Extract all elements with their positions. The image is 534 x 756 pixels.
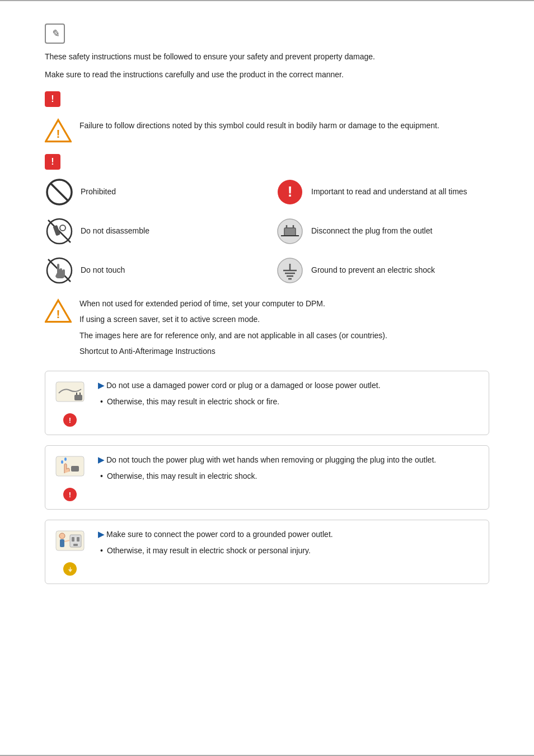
warning-block-1: ! Failure to follow directions noted by … <box>45 117 489 144</box>
important-icon: ! <box>275 178 305 207</box>
dpm-line1: When not used for extended period of tim… <box>79 297 387 310</box>
dpm-text-block: When not used for extended period of tim… <box>79 297 387 361</box>
disconnect-label: Disconnect the plug from the outlet <box>311 226 432 237</box>
instruction-content-1: ▶Do not use a damaged power cord or plug… <box>98 379 481 408</box>
instruction-block-2: ! ▶Do not touch the power plug with wet … <box>45 445 489 510</box>
dpm-line2: If using a screen saver, set it to activ… <box>79 313 387 325</box>
instruction-block-3: ⏚ ▶Make sure to connect the power cord t… <box>45 520 489 584</box>
svg-rect-26 <box>74 395 82 400</box>
intro-text-1: These safety instructions must be follow… <box>45 50 489 63</box>
instruction-bullet-3: Otherwise, it may result in electric sho… <box>107 544 481 557</box>
symbol-important: ! Important to read and understand at al… <box>275 178 489 207</box>
svg-text:!: ! <box>57 127 60 140</box>
svg-line-3 <box>50 183 68 201</box>
svg-text:!: ! <box>288 183 293 200</box>
svg-rect-35 <box>72 537 74 542</box>
instruction-main-1: ▶Do not use a damaged power cord or plug… <box>98 379 481 391</box>
power-cord-illustration <box>53 379 87 410</box>
ground-icon <box>275 256 305 285</box>
instruction-content-2: ▶Do not touch the power plug with wet ha… <box>98 454 481 482</box>
svg-point-31 <box>61 460 63 464</box>
important-label: Important to read and understand at all … <box>311 186 467 198</box>
grounded-outlet-illustration <box>53 528 87 559</box>
svg-rect-11 <box>284 228 296 236</box>
dpm-line4: Shortcut to Anti-Afterimage Instructions <box>79 345 387 357</box>
note-icon: ✎ <box>45 24 65 44</box>
do-not-touch-label: Do not touch <box>81 265 125 276</box>
exclaim-badge-instr2: ! <box>63 488 77 501</box>
disassemble-icon <box>45 217 74 246</box>
symbol-disconnect: Disconnect the plug from the outlet <box>275 217 489 246</box>
symbol-disassemble: Do not disassemble <box>45 217 259 246</box>
warning-triangle-icon: ! <box>45 117 72 144</box>
warning-text-1: Failure to follow directions noted by th… <box>79 117 439 132</box>
ground-label: Ground to prevent an electric shock <box>311 265 435 276</box>
blue-arrow-icon-3: ▶ <box>98 530 104 539</box>
intro-text-2: Make sure to read the instructions caref… <box>45 68 489 81</box>
svg-rect-39 <box>60 539 64 547</box>
svg-point-32 <box>64 458 67 461</box>
prohibited-label: Prohibited <box>81 186 116 198</box>
symbol-prohibited: Prohibited <box>45 178 259 207</box>
blue-arrow-icon-1: ▶ <box>98 381 104 390</box>
ground-badge-instr3: ⏚ <box>63 562 77 576</box>
instruction-content-3: ▶Make sure to connect the power cord to … <box>98 528 481 557</box>
dpm-warning-block: ! When not used for extended period of t… <box>45 297 489 361</box>
svg-rect-36 <box>77 537 79 542</box>
svg-point-9 <box>60 225 65 231</box>
instruction-icons-1: ! <box>53 379 87 427</box>
instruction-bullet-2: Otherwise, this may result in electric s… <box>107 470 481 482</box>
dpm-line3: The images here are for reference only, … <box>79 329 387 342</box>
instruction-block-1: ! ▶Do not use a damaged power cord or pl… <box>45 371 489 435</box>
do-not-touch-icon <box>45 256 74 285</box>
dpm-warning-triangle-icon: ! <box>45 297 72 324</box>
exclamation-badge-1: ! <box>45 91 60 107</box>
svg-text:!: ! <box>57 307 60 320</box>
page-container: ✎ These safety instructions must be foll… <box>0 0 534 756</box>
symbol-do-not-touch: Do not touch <box>45 256 259 285</box>
exclamation-badge-2: ! <box>45 154 60 170</box>
symbol-ground: Ground to prevent an electric shock <box>275 256 489 285</box>
instruction-bullet-1: Otherwise, this may result in electric s… <box>107 395 481 408</box>
instruction-icons-2: ! <box>53 454 87 501</box>
instruction-icons-3: ⏚ <box>53 528 87 576</box>
disassemble-label: Do not disassemble <box>81 226 149 237</box>
svg-rect-29 <box>56 456 84 476</box>
svg-point-38 <box>59 533 65 539</box>
exclaim-badge-instr1: ! <box>63 413 77 427</box>
symbols-grid: Prohibited ! Important to read and under… <box>45 178 489 285</box>
wet-hands-illustration <box>53 454 87 484</box>
prohibited-icon <box>45 178 74 207</box>
instruction-main-3: ▶Make sure to connect the power cord to … <box>98 528 481 540</box>
blue-arrow-icon-2: ▶ <box>98 455 104 464</box>
svg-rect-30 <box>71 466 79 472</box>
svg-rect-37 <box>73 544 78 546</box>
disconnect-icon <box>275 217 305 246</box>
instruction-main-2: ▶Do not touch the power plug with wet ha… <box>98 454 481 466</box>
